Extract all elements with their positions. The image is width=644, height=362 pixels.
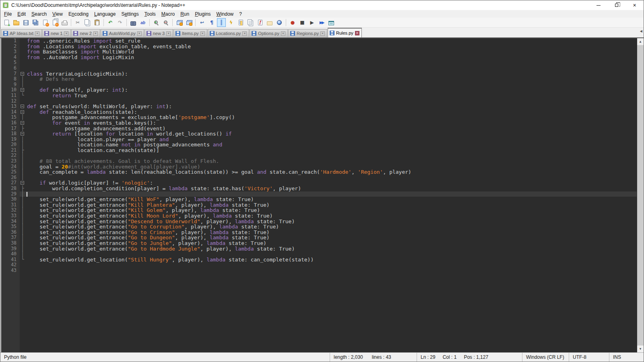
code-line[interactable]: 41└ set_rule(world.get_location("Still H… [1, 257, 637, 263]
code-line[interactable]: 33│ set_rule(world.get_entrance("Kill Mo… [1, 213, 637, 219]
code-line[interactable]: 25│ can_complete = lambda state: len(rea… [1, 169, 637, 175]
code-line[interactable]: 3from BaseClasses import MultiWorld [1, 49, 637, 55]
scrollbar-track[interactable] [637, 45, 644, 346]
code-line[interactable]: 15│ postgame_advancements = exclusion_ta… [1, 115, 637, 120]
menu-encoding[interactable]: Encoding [66, 10, 91, 18]
code-line[interactable]: 23│ # 88 total achievements. Goal is to … [1, 158, 637, 164]
code-line[interactable]: 17├ postgame_advancements.add(event) [1, 126, 637, 132]
close-tab-icon[interactable]: × [35, 31, 39, 36]
open-folder-button[interactable] [12, 18, 21, 27]
code-line[interactable]: 38│ set_rule(world.get_entrance("Go to J… [1, 241, 637, 246]
lightning-button[interactable]: ϟ [227, 18, 235, 27]
tab-regions-py[interactable]: Regions.py× [288, 29, 327, 37]
code-line[interactable]: 16− for event in events_table.keys(): [1, 120, 637, 126]
code-line[interactable]: 8│ # Defs here [1, 76, 637, 82]
code-line[interactable]: 28├ world.completion_condition[player] =… [1, 186, 637, 191]
tab-autoworld-py[interactable]: AutoWorld.py× [101, 29, 144, 37]
scroll-down-icon[interactable]: ▼ [637, 346, 644, 352]
code-line[interactable]: 14− def reachable_locations(state): [1, 109, 637, 115]
scroll-up-icon[interactable]: ▲ [637, 38, 644, 45]
menu-edit[interactable]: Edit [14, 10, 29, 18]
paste-button[interactable] [93, 18, 101, 27]
document-list-button[interactable] [246, 18, 255, 27]
code-line[interactable]: 2from .Locations import exclusion_table,… [1, 44, 637, 49]
menu-help[interactable]: ? [236, 10, 245, 18]
code-line[interactable]: 30│ set_rule(world.get_entrance("Kill Wo… [1, 197, 637, 202]
menu-settings[interactable]: Settings [118, 10, 141, 18]
cut-button[interactable]: ✂ [73, 18, 82, 27]
code-line[interactable]: 21├ location.can_reach(state)] [1, 148, 637, 153]
menu-search[interactable]: Search [29, 10, 50, 18]
vertical-scrollbar[interactable]: ▲ ▼ [637, 38, 644, 352]
scrollbar-thumb[interactable] [637, 45, 644, 346]
indent-guide-button[interactable]: ║ [217, 18, 226, 27]
close-all-button[interactable] [50, 18, 59, 27]
code-line[interactable]: 13−def set_rules(world: MultiWorld, play… [1, 104, 637, 109]
record-macro-button[interactable]: ● [288, 18, 297, 27]
tab-new-2[interactable]: new 2× [71, 29, 100, 37]
code-line[interactable]: 43 [1, 268, 637, 274]
code-line[interactable]: 34│ set_rule(world.get_entrance("Descend… [1, 219, 637, 224]
save-button[interactable] [21, 18, 30, 27]
run-macro-multiple-button[interactable]: ▶▶ [317, 18, 326, 27]
fold-collapse-icon[interactable]: − [21, 105, 24, 108]
tab-items-py[interactable]: Items.py× [173, 29, 207, 37]
menu-run[interactable]: Run [178, 10, 192, 18]
minimize-button[interactable] [589, 0, 607, 10]
code-line[interactable]: 36│ set_rule(world.get_entrance("Go to C… [1, 230, 637, 235]
code-line[interactable]: 42 [1, 262, 637, 268]
code-line[interactable]: 39│ set_rule(world.get_entrance("Go to H… [1, 246, 637, 252]
code-line[interactable]: 7−class TerrariaLogic(LogicMixin): [1, 71, 637, 77]
close-button[interactable]: × [625, 0, 644, 10]
close-tab-icon[interactable]: × [355, 31, 359, 35]
fold-collapse-icon[interactable]: − [21, 181, 24, 185]
code-line[interactable]: 22│ [1, 153, 637, 158]
stop-recording-button[interactable]: ■ [298, 18, 307, 27]
playback-macro-button[interactable]: ▶ [308, 18, 316, 27]
menu-language[interactable]: Language [91, 10, 118, 18]
close-tab-icon[interactable]: × [137, 31, 142, 36]
code-line[interactable]: 18− return [location for location in wor… [1, 131, 637, 137]
code-line[interactable]: 20│ location.name not in postgame_advanc… [1, 142, 637, 148]
fold-collapse-icon[interactable]: − [21, 121, 24, 125]
close-tab-icon[interactable]: × [200, 31, 205, 36]
code-line[interactable]: 9│ [1, 82, 637, 88]
menu-tools[interactable]: Tools [142, 10, 159, 18]
save-all-button[interactable] [31, 18, 40, 27]
save-macro-button[interactable] [327, 18, 336, 27]
code-line[interactable]: 27− if world.logic[player] != 'nologic': [1, 180, 637, 186]
tab-locations-py[interactable]: Locations.py× [208, 29, 250, 37]
undo-button[interactable]: ↶ [106, 18, 115, 27]
fold-collapse-icon[interactable]: − [21, 72, 24, 76]
tab-new-3[interactable]: new 3× [144, 29, 173, 37]
code-line[interactable]: 19│ location.player == player and [1, 137, 637, 142]
code-line[interactable]: 32│ set_rule(world.get_entrance("Kill Go… [1, 208, 637, 213]
tab-new-1[interactable]: new 1× [42, 29, 71, 37]
menu-macro[interactable]: Macro [159, 10, 178, 18]
close-tab-icon[interactable]: × [281, 31, 285, 36]
close-tab-icon[interactable]: × [64, 31, 68, 36]
close-tab-icon[interactable]: × [93, 31, 98, 36]
code-line[interactable]: 40│ [1, 251, 637, 257]
code-line[interactable]: 31│ set_rule(world.get_entrance("Kill Pl… [1, 202, 637, 208]
code-line[interactable]: 29│ [1, 191, 637, 197]
code-line[interactable]: 24│ goal = 20#int(world.achievement_goal… [1, 164, 637, 170]
fold-collapse-icon[interactable]: − [21, 132, 24, 136]
code-line[interactable]: 37│ set_rule(world.get_entrance("Go to D… [1, 235, 637, 241]
code-line[interactable]: 35│ set_rule(world.get_entrance("Go to C… [1, 224, 637, 230]
word-wrap-button[interactable]: ↩ [198, 18, 206, 27]
monitoring-eye-button[interactable] [275, 18, 284, 27]
tab-scroll-arrow-icon[interactable]: ◀ [640, 29, 642, 33]
code-line[interactable]: 26│ [1, 175, 637, 181]
tab-ap-ideas-txt[interactable]: AP Ideas.txt× [1, 29, 42, 37]
zoom-in-button[interactable] [152, 18, 161, 27]
sync-vertical-scroll-button[interactable] [175, 18, 184, 27]
sync-horizontal-scroll-button[interactable] [184, 18, 193, 27]
zoom-out-button[interactable] [161, 18, 170, 27]
tab-options-py[interactable]: Options.py× [250, 29, 288, 37]
menu-view[interactable]: View [50, 10, 66, 18]
menu-window[interactable]: Window [214, 10, 237, 18]
fold-collapse-icon[interactable]: − [21, 88, 24, 92]
restore-button[interactable] [607, 0, 625, 10]
new-file-button[interactable] [2, 18, 11, 27]
